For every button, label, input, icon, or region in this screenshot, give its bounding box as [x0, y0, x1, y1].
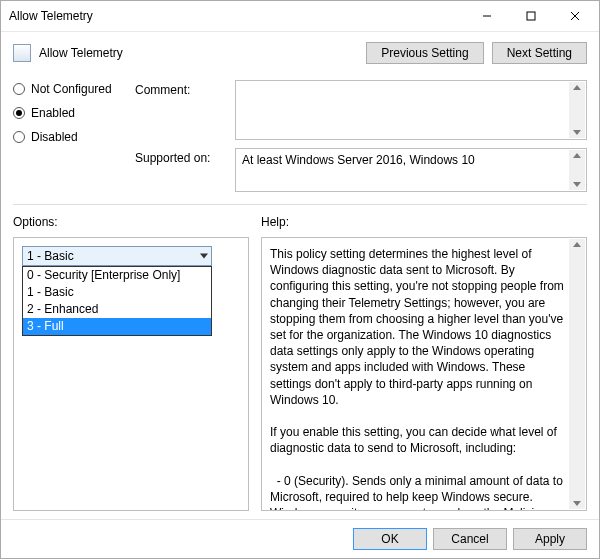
comment-row: Comment:: [135, 80, 587, 140]
form-right-column: Comment: Supported on: At least Windows …: [135, 80, 587, 192]
separator: [13, 204, 587, 205]
panel-headers: Options: Help:: [1, 209, 599, 233]
radio-dot-icon: [13, 83, 25, 95]
title-bar: Allow Telemetry: [1, 1, 599, 32]
options-heading: Options:: [13, 215, 261, 229]
options-panel: 1 - Basic 0 - Security [Enterprise Only]…: [13, 237, 249, 511]
chevron-down-icon: [200, 254, 208, 259]
scroll-down-icon: [573, 130, 581, 135]
radio-enabled[interactable]: Enabled: [13, 106, 123, 120]
window-controls: [465, 1, 597, 31]
help-text: This policy setting determines the highe…: [270, 246, 564, 511]
policy-icon: [13, 44, 31, 62]
supported-row: Supported on: At least Windows Server 20…: [135, 148, 587, 192]
header-strip: Allow Telemetry Previous Setting Next Se…: [1, 32, 599, 76]
supported-on-text: At least Windows Server 2016, Windows 10: [236, 149, 586, 171]
scroll-up-icon: [573, 242, 581, 247]
radio-label: Not Configured: [31, 82, 112, 96]
dialog-footer: OK Cancel Apply: [1, 519, 599, 558]
close-button[interactable]: [553, 1, 597, 31]
combo-option-3[interactable]: 3 - Full: [23, 318, 211, 335]
scroll-down-icon: [573, 501, 581, 506]
scrollbar[interactable]: [569, 239, 585, 509]
maximize-button[interactable]: [509, 1, 553, 31]
comment-label: Comment:: [135, 80, 225, 97]
policy-title: Allow Telemetry: [39, 46, 123, 60]
supported-on-box: At least Windows Server 2016, Windows 10: [235, 148, 587, 192]
radio-dot-icon: [13, 131, 25, 143]
minimize-button[interactable]: [465, 1, 509, 31]
radio-disabled[interactable]: Disabled: [13, 130, 123, 144]
help-heading: Help:: [261, 215, 289, 229]
scroll-down-icon: [573, 182, 581, 187]
apply-button[interactable]: Apply: [513, 528, 587, 550]
scrollbar[interactable]: [569, 82, 585, 138]
combo-option-1[interactable]: 1 - Basic: [23, 284, 211, 301]
previous-setting-button[interactable]: Previous Setting: [366, 42, 483, 64]
combo-option-2[interactable]: 2 - Enhanced: [23, 301, 211, 318]
next-setting-button[interactable]: Next Setting: [492, 42, 587, 64]
telemetry-level-combobox[interactable]: 1 - Basic 0 - Security [Enterprise Only]…: [22, 246, 212, 266]
config-form: Not Configured Enabled Disabled Comment:…: [1, 76, 599, 200]
state-radios: Not Configured Enabled Disabled: [13, 80, 123, 192]
comment-textarea[interactable]: [235, 80, 587, 140]
help-panel: This policy setting determines the highe…: [261, 237, 587, 511]
svg-rect-1: [527, 12, 535, 20]
scroll-up-icon: [573, 85, 581, 90]
window-title: Allow Telemetry: [9, 9, 465, 23]
cancel-button[interactable]: Cancel: [433, 528, 507, 550]
radio-dot-selected-icon: [13, 107, 25, 119]
scrollbar[interactable]: [569, 150, 585, 190]
combo-dropdown-list: 0 - Security [Enterprise Only] 1 - Basic…: [22, 266, 212, 336]
radio-label: Enabled: [31, 106, 75, 120]
supported-label: Supported on:: [135, 148, 225, 165]
panels-row: 1 - Basic 0 - Security [Enterprise Only]…: [1, 233, 599, 519]
radio-not-configured[interactable]: Not Configured: [13, 82, 123, 96]
scroll-up-icon: [573, 153, 581, 158]
ok-button[interactable]: OK: [353, 528, 427, 550]
combo-option-0[interactable]: 0 - Security [Enterprise Only]: [23, 267, 211, 284]
combo-selected-value: 1 - Basic: [27, 249, 74, 263]
radio-label: Disabled: [31, 130, 78, 144]
